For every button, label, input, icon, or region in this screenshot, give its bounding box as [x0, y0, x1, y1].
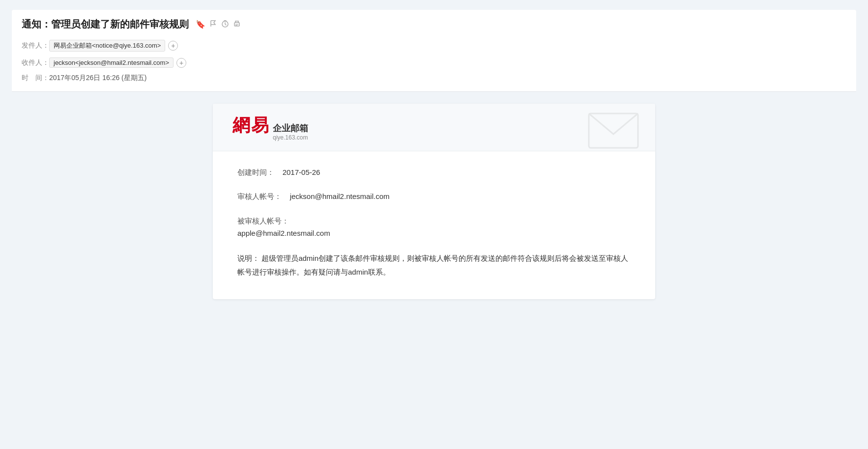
description-text: 超级管理员admin创建了该条邮件审核规则，则被审核人帐号的所有发送的邮件符合该…: [237, 254, 628, 277]
reviewer-label: 审核人帐号：: [237, 192, 282, 200]
create-time-row: 创建时间： 2017-05-26: [237, 166, 631, 179]
from-address: 网易企业邮箱<notice@qiye.163.com>: [54, 41, 161, 50]
create-time-value: [276, 168, 280, 176]
brand-qiye: 企业邮箱 qiye.163.com: [273, 123, 308, 141]
reviewee-value: apple@hmail2.ntesmail.com: [237, 229, 330, 237]
from-label: 发件人：: [22, 41, 49, 50]
flag-icon[interactable]: [209, 20, 217, 29]
reviewee-value-line: apple@hmail2.ntesmail.com: [237, 227, 631, 240]
email-body-wrapper: 網易 企业邮箱 qiye.163.com 创建时间：: [12, 92, 856, 311]
to-address-tag: jeckson<jeckson@hmail2.ntesmail.com>: [49, 57, 174, 68]
reviewer-value-text: jeckson@hmail2.ntesmail.com: [290, 192, 390, 200]
from-address-tag: 网易企业邮箱<notice@qiye.163.com>: [49, 40, 165, 52]
from-value: 网易企业邮箱<notice@qiye.163.com> +: [49, 40, 178, 52]
to-address: jeckson<jeckson@hmail2.ntesmail.com>: [54, 59, 169, 66]
email-card: 網易 企业邮箱 qiye.163.com 创建时间：: [213, 104, 655, 299]
print-icon[interactable]: [233, 20, 241, 29]
brand-logo: 網易 企业邮箱 qiye.163.com: [232, 113, 308, 141]
envelope-icon: [586, 109, 640, 154]
from-add-button[interactable]: +: [168, 41, 178, 51]
email-title: 通知：管理员创建了新的邮件审核规则: [22, 18, 189, 31]
time-value: 2017年05月26日 16:26 (星期五): [49, 74, 146, 83]
create-time-value-text: 2017-05-26: [283, 168, 320, 176]
svg-rect-2: [235, 24, 238, 25]
email-header: 通知：管理员创建了新的邮件审核规则 🔖: [12, 10, 856, 92]
description-label: 说明：: [237, 254, 260, 262]
svg-rect-4: [589, 113, 638, 148]
reviewee-row: 被审核人帐号： apple@hmail2.ntesmail.com: [237, 215, 631, 240]
description-row: 说明： 超级管理员admin创建了该条邮件审核规则，则被审核人帐号的所有发送的邮…: [237, 252, 631, 280]
reviewee-label: 被审核人帐号：: [237, 217, 289, 225]
bookmark-icon[interactable]: 🔖: [196, 20, 205, 29]
card-body: 创建时间： 2017-05-26 审核人帐号： jeckson@hmail2.n…: [213, 151, 655, 299]
clock-icon[interactable]: [221, 20, 229, 29]
brand-qiye-sub: qiye.163.com: [273, 134, 308, 141]
email-container: 通知：管理员创建了新的邮件审核规则 🔖: [0, 0, 868, 321]
card-header: 網易 企业邮箱 qiye.163.com: [213, 104, 655, 151]
svg-rect-3: [235, 25, 237, 26]
from-row: 发件人： 网易企业邮箱<notice@qiye.163.com> +: [22, 37, 846, 55]
reviewee-label-line: 被审核人帐号：: [237, 215, 631, 227]
to-label: 收件人：: [22, 58, 49, 67]
to-add-button[interactable]: +: [176, 58, 186, 68]
toolbar-icons: 🔖: [196, 20, 241, 29]
time-row: 时 间： 2017年05月26日 16:26 (星期五): [22, 71, 846, 85]
to-value: jeckson<jeckson@hmail2.ntesmail.com> +: [49, 57, 186, 68]
time-label: 时 间：: [22, 74, 49, 83]
reviewer-row: 审核人帐号： jeckson@hmail2.ntesmail.com: [237, 190, 631, 203]
create-time-label: 创建时间：: [237, 168, 274, 176]
brand-netease: 網易: [232, 113, 270, 138]
brand-qiye-text: 企业邮箱: [273, 123, 308, 134]
title-row: 通知：管理员创建了新的邮件审核规则 🔖: [22, 18, 846, 31]
to-row: 收件人： jeckson<jeckson@hmail2.ntesmail.com…: [22, 55, 846, 71]
reviewer-value: [284, 192, 288, 200]
